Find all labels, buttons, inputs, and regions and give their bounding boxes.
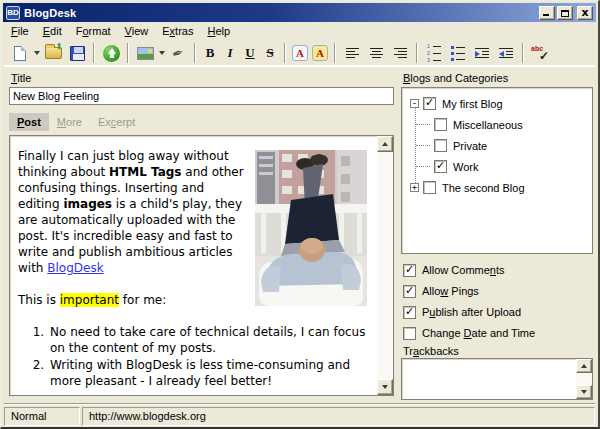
publish-upload-icon [103,45,120,62]
menu-view[interactable]: View [118,24,156,39]
scroll-down-icon [382,385,388,389]
indent-increase-icon [475,48,489,58]
bold-icon: B [206,45,215,61]
option-row[interactable]: Allow Comments [403,262,593,278]
scroll-up-icon [382,142,388,146]
unordered-list-button[interactable] [446,42,470,64]
option-checkbox[interactable] [403,264,416,277]
minimize-button[interactable] [539,6,555,20]
tab-excerpt[interactable]: Excerpt [90,113,143,131]
tree-checkbox[interactable] [434,139,447,152]
indent-decrease-icon [499,48,513,58]
tree-item[interactable]: Private [402,135,592,156]
align-center-button[interactable] [364,42,388,64]
editor-tabs: Post More Excerpt [9,111,143,133]
post-photo [255,150,367,306]
tree-checkbox[interactable] [434,160,447,173]
blogdesk-link[interactable]: BlogDesk [47,261,103,275]
tab-post[interactable]: Post [9,113,49,131]
post-text: This is [18,293,60,307]
title-label: Title [11,72,31,84]
save-icon [70,46,85,61]
toolbar-separator [93,43,95,63]
indent-decrease-button[interactable] [494,42,518,64]
font-color-button[interactable]: A [290,42,310,64]
unordered-list-icon [451,46,465,61]
new-document-icon [14,46,26,61]
italic-icon: I [227,45,232,61]
trackbacks-input[interactable] [401,358,593,400]
menu-bar: File Edit Format View Extras Help [4,24,595,39]
spellcheck-icon: abc✓ [531,45,549,61]
menu-extras[interactable]: Extras [155,24,200,39]
new-post-button[interactable] [8,42,32,64]
post-editor-content[interactable]: Finally I can just blog away without thi… [10,136,377,395]
option-checkbox[interactable] [403,327,416,340]
bold-button[interactable]: B [200,42,220,64]
save-button[interactable] [65,42,89,64]
tree-item[interactable]: Miscellaneous [402,114,592,135]
close-button[interactable]: x [577,6,593,20]
option-row[interactable]: Allow Pings [403,283,593,299]
insert-image-button[interactable] [133,42,157,64]
open-folder-icon [45,47,62,59]
option-checkbox[interactable] [403,306,416,319]
insert-image-dropdown[interactable] [157,42,166,64]
menu-file[interactable]: File [4,24,36,39]
option-checkbox[interactable] [403,285,416,298]
open-button[interactable] [41,42,65,64]
tree-checkbox[interactable] [434,118,447,131]
title-bar[interactable]: BD BlogDesk x [3,3,596,22]
menu-format[interactable]: Format [69,24,118,39]
spellcheck-button[interactable]: abc✓ [528,42,552,64]
new-post-dropdown[interactable] [32,42,41,64]
tree-checkbox[interactable] [423,97,436,110]
scroll-up-button[interactable] [377,136,393,152]
editor-scrollbar[interactable] [377,136,393,395]
tree-item[interactable]: +The second Blog [402,177,592,198]
menu-help[interactable]: Help [200,24,237,39]
expand-icon[interactable]: + [410,183,419,192]
pen-button[interactable]: ✒ [166,42,190,64]
scroll-down-button[interactable] [576,385,592,399]
post-numbered-list: No need to take care of technical detail… [18,324,377,389]
title-input[interactable] [9,87,394,105]
blog-tree: -My first BlogMiscellaneousPrivateWork+T… [402,88,592,198]
collapse-icon[interactable]: - [410,99,419,108]
align-right-button[interactable] [388,42,412,64]
status-style: Normal [4,407,80,426]
maximize-button[interactable] [557,6,573,20]
tree-item[interactable]: Work [402,156,592,177]
trackbacks-scrollbar[interactable] [576,359,592,399]
tree-item[interactable]: -My first Blog [402,93,592,114]
italic-button[interactable]: I [220,42,240,64]
pen-icon: ✒ [170,44,186,61]
maximize-icon [561,10,569,17]
highlight-icon: A [312,45,328,61]
underline-button[interactable]: U [240,42,260,64]
highlight-button[interactable]: A [310,42,330,64]
tree-item-label: Private [453,140,487,152]
post-editor[interactable]: Finally I can just blog away without thi… [9,135,394,396]
blogs-tree-box[interactable]: -My first BlogMiscellaneousPrivateWork+T… [401,87,593,254]
align-center-icon [370,48,383,58]
scroll-up-icon [581,364,587,368]
menu-edit[interactable]: Edit [36,24,69,39]
scroll-down-icon [581,390,587,394]
trackbacks-label: Trackbacks [403,345,459,357]
toolbar-separator [416,43,418,63]
ordered-list-button[interactable]: 1 2 3 [422,42,446,64]
option-row[interactable]: Change Date and Time [403,325,593,341]
indent-increase-button[interactable] [470,42,494,64]
tree-checkbox[interactable] [423,181,436,194]
align-left-button[interactable] [340,42,364,64]
option-row[interactable]: Publish after Upload [403,304,593,320]
blogs-categories-label: Blogs and Categories [403,72,508,84]
tab-more[interactable]: More [49,113,90,131]
strikethrough-button[interactable]: S [260,42,280,64]
tree-item-label: The second Blog [442,182,525,194]
option-label: Change Date and Time [422,327,535,339]
publish-button[interactable] [99,42,123,64]
scroll-up-button[interactable] [576,359,592,373]
scroll-down-button[interactable] [377,379,393,395]
